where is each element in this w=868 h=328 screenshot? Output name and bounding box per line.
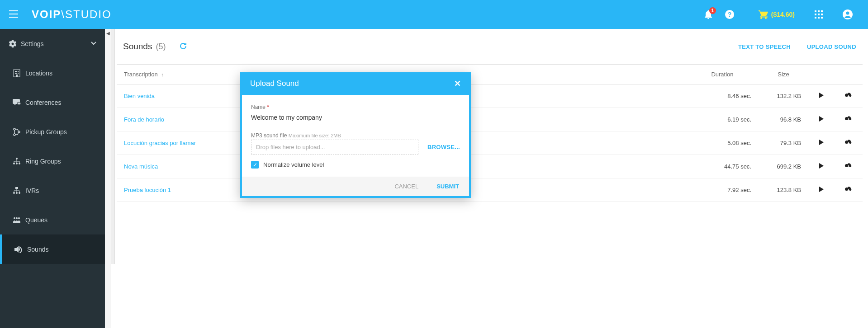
sidebar-item-label: Queues — [25, 216, 47, 224]
sidebar-settings-label: Settings — [21, 40, 44, 47]
table-row: Nova música44.75 sec.699.2 KB — [117, 155, 863, 178]
browse-button[interactable]: BROWSE... — [427, 144, 460, 150]
account-icon[interactable] — [843, 9, 853, 19]
dialog-footer: CANCEL SUBMIT — [242, 177, 469, 196]
name-label: Name * — [251, 104, 460, 110]
sort-asc-icon: ↑ — [161, 72, 164, 77]
building-icon — [13, 69, 25, 77]
svg-point-26 — [13, 163, 15, 164]
svg-point-31 — [16, 192, 18, 194]
play-icon[interactable] — [818, 140, 825, 147]
svg-rect-20 — [16, 75, 18, 77]
sidebar-settings[interactable]: Settings — [0, 29, 105, 58]
svg-point-33 — [14, 217, 15, 219]
play-icon[interactable] — [818, 187, 825, 194]
svg-text:?: ? — [728, 11, 732, 18]
download-icon[interactable] — [844, 117, 853, 124]
svg-rect-19 — [18, 73, 19, 74]
menu-toggle[interactable] — [9, 9, 18, 20]
table-row: Prueba locución 17.92 sec.123.8 KB — [117, 178, 863, 202]
page-title: Sounds — [123, 42, 152, 52]
gears-icon — [8, 39, 21, 48]
page-header: Sounds (5) TEXT TO SPEECH UPLOAD SOUND — [117, 29, 863, 64]
close-icon[interactable]: ✕ — [454, 79, 461, 89]
normalize-checkbox[interactable]: ✓ — [251, 161, 259, 169]
download-icon[interactable] — [844, 164, 853, 171]
svg-point-25 — [16, 158, 18, 159]
svg-point-22 — [14, 128, 15, 130]
svg-rect-6 — [818, 14, 820, 15]
sounds-table: Transcription ↑ Duration Size Bien venid… — [117, 64, 863, 202]
name-input[interactable] — [251, 111, 460, 124]
upload-sound-button[interactable]: UPLOAD SOUND — [807, 43, 856, 50]
refresh-icon[interactable] — [179, 42, 187, 52]
sidebar-item-conferences[interactable]: Conferences — [0, 88, 105, 117]
notification-badge: 1 — [709, 7, 716, 14]
sound-duration: 6.19 sec. — [686, 108, 759, 131]
sidebar-item-pickup-groups[interactable]: Pickup Groups — [0, 117, 105, 146]
sound-size: 123.8 KB — [759, 178, 808, 202]
sidebar-item-queues[interactable]: Queues — [0, 205, 105, 234]
col-duration[interactable]: Duration — [686, 65, 759, 84]
main-content: Sounds (5) TEXT TO SPEECH UPLOAD SOUND T… — [111, 29, 868, 328]
download-icon[interactable] — [844, 141, 853, 147]
play-icon[interactable] — [818, 164, 825, 170]
sound-size: 132.2 KB — [759, 84, 808, 108]
sidebar-item-ring-groups[interactable]: Ring Groups — [0, 146, 105, 176]
submit-button[interactable]: SUBMIT — [436, 183, 459, 190]
svg-rect-9 — [818, 17, 820, 19]
sidebar-item-sounds[interactable]: Sounds — [0, 234, 105, 264]
table-row: Fora de horario6.19 sec.96.8 KB — [117, 108, 863, 131]
hierarchy-icon — [13, 157, 25, 165]
balance-amount: ($14.60) — [771, 11, 795, 18]
col-size[interactable]: Size — [759, 65, 808, 84]
sound-duration: 44.75 sec. — [686, 155, 759, 178]
table-row: Locución gracias por llamar5.08 sec.79.3… — [117, 131, 863, 155]
notifications-icon[interactable]: 1 — [704, 10, 712, 19]
sidebar-item-label: Sounds — [27, 246, 48, 253]
sound-duration: 7.92 sec. — [686, 178, 759, 202]
sidebar-item-label: Conferences — [25, 99, 61, 106]
play-icon[interactable] — [818, 93, 825, 100]
svg-rect-17 — [15, 73, 16, 74]
svg-point-27 — [16, 163, 18, 164]
sidebar-item-locations[interactable]: Locations — [0, 58, 105, 88]
cart-balance[interactable]: ($14.60) — [759, 10, 795, 19]
apps-icon[interactable] — [815, 10, 823, 19]
svg-point-30 — [13, 192, 15, 194]
svg-point-21 — [17, 102, 21, 105]
svg-rect-14 — [15, 71, 16, 72]
svg-point-23 — [14, 134, 15, 136]
svg-point-28 — [19, 163, 20, 164]
sound-duration: 8.46 sec. — [686, 84, 759, 108]
sidebar: Settings Locations Conferences Pickup Gr… — [0, 29, 105, 328]
svg-rect-5 — [815, 14, 816, 15]
branch-icon — [13, 128, 25, 136]
text-to-speech-button[interactable]: TEXT TO SPEECH — [738, 43, 791, 50]
svg-rect-15 — [16, 71, 17, 72]
chat-icon — [13, 99, 25, 106]
svg-point-12 — [846, 12, 849, 15]
svg-rect-4 — [821, 10, 823, 12]
normalize-label: Normalize volume level — [263, 161, 324, 168]
scrollbar-track[interactable] — [111, 29, 115, 264]
sidebar-item-label: Ring Groups — [25, 158, 61, 165]
download-icon[interactable] — [844, 187, 853, 194]
page-count: (5) — [156, 42, 166, 52]
svg-rect-29 — [15, 187, 18, 189]
sidebar-item-label: IVRs — [25, 187, 39, 194]
dropzone[interactable]: Drop files here to upload... — [251, 140, 418, 155]
play-icon[interactable] — [818, 117, 825, 123]
cancel-button[interactable]: CANCEL — [394, 183, 418, 190]
help-icon[interactable]: ? — [725, 10, 734, 19]
svg-rect-3 — [818, 10, 820, 12]
svg-rect-16 — [18, 71, 19, 72]
logo: VOIP\STUDIO — [32, 8, 112, 21]
sidebar-item-ivrs[interactable]: IVRs — [0, 176, 105, 205]
header-actions: TEXT TO SPEECH UPLOAD SOUND — [738, 43, 856, 50]
sidebar-item-label: Locations — [25, 70, 52, 77]
download-icon[interactable] — [844, 94, 853, 100]
table-row: Bien venida8.46 sec.132.2 KB — [117, 84, 863, 108]
collapse-handle[interactable]: ◀ — [105, 29, 111, 328]
sound-duration: 5.08 sec. — [686, 131, 759, 155]
